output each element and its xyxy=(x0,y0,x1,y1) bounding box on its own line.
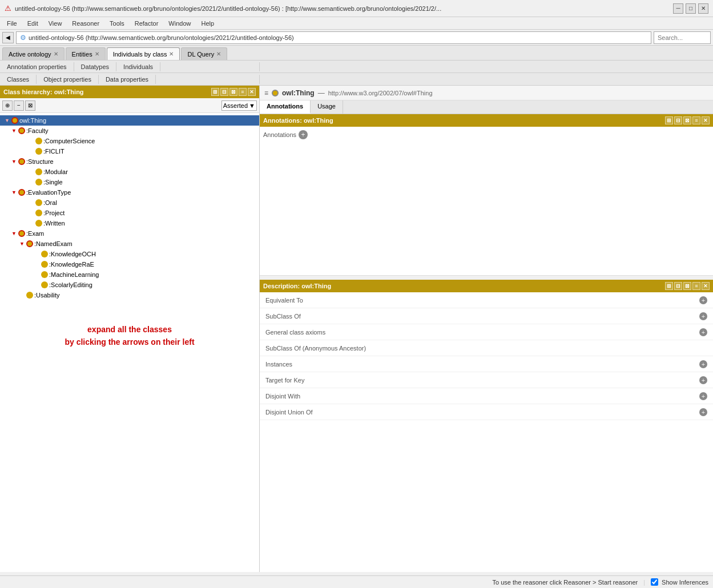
tree-item-evaluationType[interactable]: ▼ :EvaluationType xyxy=(0,187,259,198)
tree-label-kOCH[interactable]: :KnowledgeOCH xyxy=(49,251,96,257)
nav-datatypes[interactable]: Datatypes xyxy=(74,62,117,71)
tree-arrow-structure[interactable]: ▼ xyxy=(11,159,17,164)
tree-item-knowledgeRaE[interactable]: ▶ :KnowledgeRaE xyxy=(0,259,259,269)
desc-general-add[interactable]: + xyxy=(699,328,707,336)
tree-add-button[interactable]: ⊕ xyxy=(2,100,13,111)
menu-view[interactable]: View xyxy=(44,19,67,28)
tree-arrow-eval[interactable]: ▼ xyxy=(11,190,17,195)
tree-label-named[interactable]: :NamedExam xyxy=(34,240,72,247)
tree-label-ml[interactable]: :MachineLearning xyxy=(49,271,99,278)
tree-item-written[interactable]: ▶ :Written xyxy=(0,218,259,228)
desc-icon-4[interactable]: ≡ xyxy=(692,282,700,290)
ch-icon-3[interactable]: ⊠ xyxy=(229,88,237,96)
tree-item-owlThing[interactable]: ▼ owl:Thing xyxy=(0,115,259,126)
menu-refactor[interactable]: Refactor xyxy=(130,19,163,28)
tab-active-ontology[interactable]: Active ontology ✕ xyxy=(2,47,65,60)
desc-target-key-add[interactable]: + xyxy=(699,376,707,384)
menu-edit[interactable]: Edit xyxy=(23,19,43,28)
tree-item-single[interactable]: ▶ :Single xyxy=(0,177,259,187)
minimize-button[interactable]: ─ xyxy=(673,3,683,14)
ch-icon-4[interactable]: ≡ xyxy=(239,88,247,96)
ch-icon-1[interactable]: ⊞ xyxy=(211,88,219,96)
ann-icon-3[interactable]: ⊠ xyxy=(683,116,691,124)
desc-subclass-add[interactable]: + xyxy=(699,312,707,320)
tree-copy-button[interactable]: ⊠ xyxy=(25,100,35,111)
tree-arrow-named[interactable]: ▼ xyxy=(19,241,25,247)
back-button[interactable]: ◀ xyxy=(2,32,14,43)
menu-reasoner[interactable]: Reasoner xyxy=(67,19,104,28)
url-box[interactable]: ⚙ untitled-ontology-56 (http://www.seman… xyxy=(16,31,651,44)
tree-content[interactable]: ▼ owl:Thing ▼ :Faculty ▶ :ComputerScienc… xyxy=(0,113,259,572)
ann-icon-1[interactable]: ⊞ xyxy=(665,116,673,124)
annotations-add-button[interactable]: + xyxy=(299,130,308,139)
menu-window[interactable]: Window xyxy=(164,19,195,28)
search-input[interactable] xyxy=(654,31,711,44)
tree-label-faculty[interactable]: :Faculty xyxy=(26,127,49,134)
tab-individuals-by-class[interactable]: Individuals by class ✕ xyxy=(107,47,180,60)
desc-icon-3[interactable]: ⊠ xyxy=(683,282,691,290)
nav-classes[interactable]: Classes xyxy=(0,75,37,84)
right-tab-annotations[interactable]: Annotations xyxy=(260,100,311,114)
tree-item-usability[interactable]: ▶ :Usability xyxy=(0,290,259,300)
ch-icon-2[interactable]: ⊟ xyxy=(220,88,228,96)
tree-label-structure[interactable]: :Structure xyxy=(26,158,54,165)
tree-label-exam[interactable]: :Exam xyxy=(26,230,44,237)
menu-file[interactable]: File xyxy=(2,19,22,28)
tab-entities-close[interactable]: ✕ xyxy=(95,51,99,57)
tree-arrow-exam[interactable]: ▼ xyxy=(11,231,17,236)
tree-label-cs[interactable]: :ComputerScience xyxy=(43,138,95,144)
tab-entities[interactable]: Entities ✕ xyxy=(66,47,106,60)
tree-item-structure[interactable]: ▼ :Structure xyxy=(0,156,259,167)
tab-dl-query[interactable]: DL Query ✕ xyxy=(181,47,227,60)
tree-item-ficlit[interactable]: ▶ :FICLIT xyxy=(0,146,259,156)
tree-label-owlThing[interactable]: owl:Thing xyxy=(19,117,46,124)
tab-active-ontology-close[interactable]: ✕ xyxy=(54,51,58,57)
desc-disjoint-union-add[interactable]: + xyxy=(699,408,707,416)
close-button[interactable]: ✕ xyxy=(698,3,708,14)
nav-object-properties[interactable]: Object properties xyxy=(37,75,99,84)
tab-dl-query-close[interactable]: ✕ xyxy=(216,51,221,57)
tree-label-eval[interactable]: :EvaluationType xyxy=(26,189,71,196)
tab-individuals-by-class-close[interactable]: ✕ xyxy=(169,51,174,57)
show-inferences-checkbox[interactable] xyxy=(651,578,658,586)
tree-remove-button[interactable]: − xyxy=(14,100,24,111)
desc-instances-add[interactable]: + xyxy=(699,360,707,368)
nav-annotation-properties[interactable]: Annotation properties xyxy=(0,62,74,71)
menu-help[interactable]: Help xyxy=(196,19,219,28)
nav-data-properties[interactable]: Data properties xyxy=(99,75,156,84)
owlthing-menu-icon[interactable]: ≡ xyxy=(264,89,268,97)
tree-label-usability[interactable]: :Usability xyxy=(34,292,60,299)
desc-disjoint-add[interactable]: + xyxy=(699,392,707,400)
tree-item-machineLearning[interactable]: ▶ :MachineLearning xyxy=(0,269,259,280)
ann-icon-5[interactable]: ✕ xyxy=(702,116,710,124)
ann-icon-2[interactable]: ⊟ xyxy=(674,116,682,124)
nav-individuals[interactable]: Individuals xyxy=(116,62,160,71)
maximize-button[interactable]: □ xyxy=(686,3,696,14)
asserted-dropdown[interactable]: Asserted ▼ xyxy=(221,100,257,111)
tree-item-oral[interactable]: ▶ :Oral xyxy=(0,198,259,208)
ann-icon-4[interactable]: ≡ xyxy=(692,116,700,124)
tree-label-project[interactable]: :Project xyxy=(43,210,65,216)
tree-arrow-owlThing[interactable]: ▼ xyxy=(5,118,10,123)
desc-icon-5[interactable]: ✕ xyxy=(702,282,710,290)
tree-item-project[interactable]: ▶ :Project xyxy=(0,208,259,218)
tree-item-scolarlyEditing[interactable]: ▶ :ScolarlyEditing xyxy=(0,280,259,290)
tree-label-se[interactable]: :ScolarlyEditing xyxy=(49,281,92,288)
ch-icon-5[interactable]: ✕ xyxy=(248,88,256,96)
tree-label-written[interactable]: :Written xyxy=(43,220,65,227)
tree-item-computerScience[interactable]: ▶ :ComputerScience xyxy=(0,136,259,146)
tree-item-knowledgeOCH[interactable]: ▶ :KnowledgeOCH xyxy=(0,249,259,259)
right-tab-usage[interactable]: Usage xyxy=(311,100,343,114)
desc-icon-2[interactable]: ⊟ xyxy=(674,282,682,290)
tree-item-exam[interactable]: ▼ :Exam xyxy=(0,228,259,239)
tree-item-modular[interactable]: ▶ :Modular xyxy=(0,167,259,177)
desc-icon-1[interactable]: ⊞ xyxy=(665,282,673,290)
menu-tools[interactable]: Tools xyxy=(105,19,129,28)
tree-item-faculty[interactable]: ▼ :Faculty xyxy=(0,126,259,136)
tree-label-oral[interactable]: :Oral xyxy=(43,199,57,206)
tree-label-ficlit[interactable]: :FICLIT xyxy=(43,148,65,155)
tree-label-single[interactable]: :Single xyxy=(43,179,63,186)
desc-equivalent-add[interactable]: + xyxy=(699,296,707,304)
tree-label-kRaE[interactable]: :KnowledgeRaE xyxy=(49,261,94,268)
tree-item-namedExam[interactable]: ▼ :NamedExam xyxy=(0,239,259,249)
